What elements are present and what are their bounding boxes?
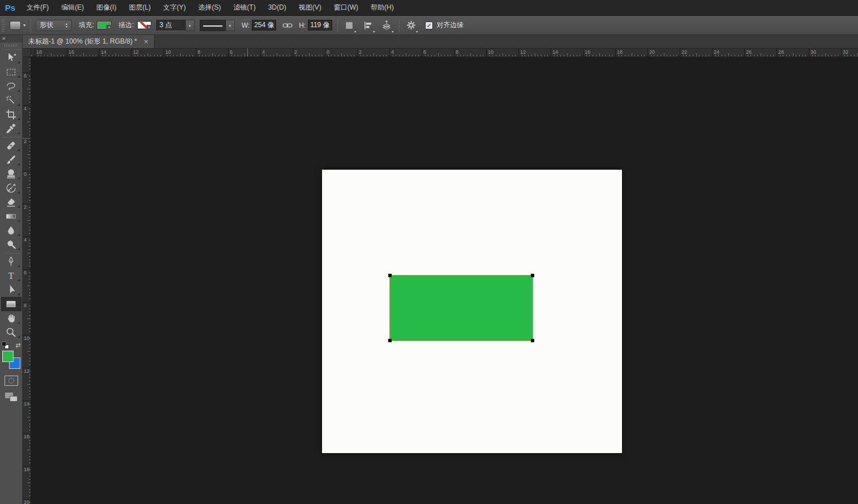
solid-line-icon bbox=[203, 25, 222, 27]
spot-healing-brush-tool-icon bbox=[5, 140, 17, 152]
menu-item-3[interactable]: 图层(L) bbox=[123, 0, 157, 15]
crop-tool[interactable] bbox=[1, 107, 22, 122]
screen-mode-button[interactable] bbox=[5, 393, 18, 402]
menu-item-7[interactable]: 3D(D) bbox=[262, 0, 293, 15]
align-edges-checkbox[interactable]: ✓ bbox=[425, 21, 433, 29]
link-dimensions-button[interactable] bbox=[280, 18, 295, 33]
blur-tool[interactable] bbox=[1, 223, 22, 238]
menu-item-5[interactable]: 选择(S) bbox=[192, 0, 227, 15]
document-tab-bar: 未标题-1 @ 100% (矩形 1, RGB/8) * × bbox=[23, 35, 858, 49]
ruler-origin-corner[interactable] bbox=[23, 49, 31, 57]
document-tab[interactable]: 未标题-1 @ 100% (矩形 1, RGB/8) * × bbox=[23, 35, 155, 48]
menu-item-0[interactable]: 文件(F) bbox=[20, 0, 55, 15]
tool-buttons: T bbox=[1, 51, 22, 339]
menu-item-2[interactable]: 图像(I) bbox=[90, 0, 122, 15]
close-icon[interactable]: × bbox=[144, 37, 148, 46]
chevron-down-icon: ▾ bbox=[23, 23, 25, 28]
photoshop-logo: Ps bbox=[0, 3, 20, 12]
quick-mask-button[interactable] bbox=[5, 376, 18, 386]
shape-handle-se[interactable] bbox=[531, 339, 534, 342]
shape-options-gear-button[interactable]: ▾ bbox=[404, 18, 418, 33]
stroke-width-dropdown-button[interactable]: ▾ bbox=[186, 20, 195, 31]
chevron-down-icon: ▾ bbox=[147, 25, 152, 29]
document-tab-title: 未标题-1 @ 100% (矩形 1, RGB/8) * bbox=[28, 37, 137, 46]
history-brush-tool[interactable] bbox=[1, 181, 22, 195]
type-tool-icon: T bbox=[5, 270, 17, 282]
rectangle-tool[interactable] bbox=[1, 297, 22, 311]
move-tool[interactable] bbox=[1, 51, 22, 65]
quick-selection-tool[interactable] bbox=[1, 93, 22, 107]
tool-preset-button[interactable]: ▾ bbox=[10, 21, 25, 30]
stroke-style-dropdown-button[interactable]: ▾ bbox=[226, 20, 235, 31]
collapse-panel-button[interactable]: » bbox=[0, 35, 22, 42]
swap-colors-icon[interactable]: ⇄ bbox=[15, 342, 20, 349]
separator bbox=[399, 19, 400, 32]
menu-item-6[interactable]: 滤镜(T) bbox=[227, 0, 261, 15]
gradient-tool[interactable] bbox=[1, 209, 22, 223]
panel-grip[interactable] bbox=[5, 44, 18, 47]
tool-mode-select[interactable]: 形状 ▲▼ bbox=[36, 20, 72, 31]
horizontal-ruler[interactable]: 1816141210864202468101214161820222426283… bbox=[23, 49, 858, 57]
path-selection-tool[interactable] bbox=[1, 283, 22, 297]
double-arrow-icon: » bbox=[2, 35, 6, 41]
path-operations-button[interactable]: ▾ bbox=[342, 18, 357, 33]
stroke-width-input[interactable]: 3 点 bbox=[156, 20, 186, 31]
link-icon bbox=[282, 20, 293, 31]
eyedropper-tool[interactable] bbox=[1, 122, 22, 136]
gear-icon bbox=[406, 20, 417, 31]
tools-panel: » T ⇄ bbox=[0, 35, 23, 504]
brush-tool[interactable] bbox=[1, 153, 22, 167]
menu-item-9[interactable]: 窗口(W) bbox=[328, 0, 364, 15]
tool-preset-icon bbox=[10, 21, 21, 30]
menu-item-1[interactable]: 编辑(E) bbox=[55, 0, 90, 15]
lasso-tool[interactable] bbox=[1, 79, 22, 93]
rectangle-tool-icon bbox=[5, 298, 17, 310]
eraser-tool[interactable] bbox=[1, 195, 22, 209]
shape-handle-sw[interactable] bbox=[388, 339, 392, 342]
divider bbox=[2, 49, 21, 50]
rectangular-marquee-tool[interactable] bbox=[1, 65, 22, 79]
tool-mode-value: 形状 bbox=[40, 20, 53, 30]
width-input[interactable]: 254 像 bbox=[252, 20, 276, 31]
vertical-ruler[interactable]: 64202468101214161820 bbox=[23, 57, 31, 504]
gradient-tool-icon bbox=[5, 210, 17, 222]
default-colors-button[interactable] bbox=[2, 342, 9, 349]
document-canvas[interactable] bbox=[322, 170, 622, 453]
pen-tool[interactable] bbox=[1, 255, 22, 269]
move-tool-icon bbox=[5, 52, 17, 64]
foreground-color-swatch[interactable] bbox=[2, 351, 14, 362]
zoom-tool-icon bbox=[5, 326, 17, 338]
type-tool[interactable]: T bbox=[1, 269, 22, 283]
lasso-tool-icon bbox=[5, 80, 17, 92]
path-arrangement-button[interactable]: ▾ bbox=[379, 18, 394, 33]
stroke-style-preview[interactable] bbox=[200, 20, 226, 31]
dodge-tool[interactable] bbox=[1, 238, 22, 252]
eraser-tool-icon bbox=[5, 196, 17, 208]
path-alignment-button[interactable]: ▾ bbox=[361, 18, 375, 33]
hand-tool[interactable] bbox=[1, 311, 22, 325]
subtool-triangle-icon bbox=[18, 293, 20, 295]
zoom-tool[interactable] bbox=[1, 325, 22, 339]
clone-stamp-tool-icon bbox=[5, 168, 17, 180]
height-label: H: bbox=[299, 21, 306, 29]
menu-item-4[interactable]: 文字(Y) bbox=[157, 0, 192, 15]
height-input[interactable]: 119 像 bbox=[308, 20, 332, 31]
canvas-pasteboard[interactable] bbox=[31, 57, 858, 504]
clone-stamp-tool[interactable] bbox=[1, 167, 22, 181]
subtool-triangle-icon bbox=[18, 234, 20, 236]
color-controls: ⇄ bbox=[2, 342, 21, 349]
fill-swatch[interactable]: ▾ bbox=[97, 21, 111, 29]
spot-healing-brush-tool[interactable] bbox=[1, 139, 22, 153]
subtool-triangle-icon bbox=[18, 177, 20, 179]
options-bar: ▾ 形状 ▲▼ 填充: ▾ 描边: ▾ 3 点 ▾ ▾ W: 254 像 H: … bbox=[0, 16, 858, 35]
menu-item-10[interactable]: 帮助(H) bbox=[364, 0, 400, 15]
subtool-triangle-icon bbox=[18, 219, 20, 222]
shape-handle-ne[interactable] bbox=[531, 274, 534, 277]
separator bbox=[337, 19, 338, 32]
rectangle-shape[interactable] bbox=[389, 275, 533, 341]
menu-item-8[interactable]: 视图(V) bbox=[293, 0, 328, 15]
options-bar-grip[interactable] bbox=[2, 19, 5, 32]
menu-items: 文件(F)编辑(E)图像(I)图层(L)文字(Y)选择(S)滤镜(T)3D(D)… bbox=[20, 0, 400, 15]
stroke-swatch[interactable]: ▾ bbox=[137, 21, 152, 29]
shape-handle-nw[interactable] bbox=[388, 274, 392, 277]
